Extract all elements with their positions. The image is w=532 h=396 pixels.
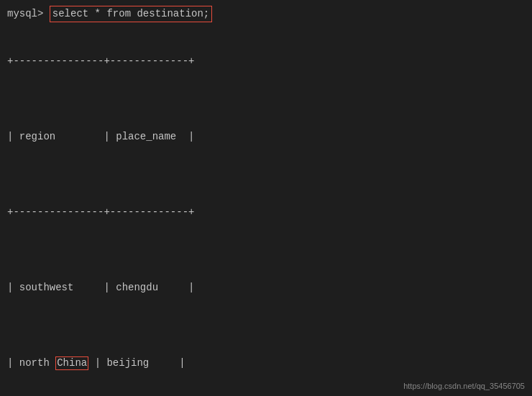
first-query-line: mysql> select * from destination; xyxy=(7,6,525,22)
watermark: https://blog.csdn.net/qq_35456705 xyxy=(403,382,525,390)
first-table-top-border: +---------------+-------------+ xyxy=(7,54,525,69)
first-table-header-border: +---------------+-------------+ xyxy=(7,205,525,220)
mysql-prompt-1: mysql> xyxy=(7,6,50,22)
first-table: +---------------+-------------+ | region… xyxy=(7,24,525,396)
first-command[interactable]: select * from destination; xyxy=(50,6,212,22)
terminal-window: mysql> select * from destination; +-----… xyxy=(7,6,525,396)
first-table-header: | region | place_name | xyxy=(7,129,525,144)
first-table-row-1: | southwest | chengdu | xyxy=(7,280,525,295)
china-box-1: China xyxy=(55,356,88,370)
first-table-row-2: | north China | beijing | xyxy=(7,356,525,371)
